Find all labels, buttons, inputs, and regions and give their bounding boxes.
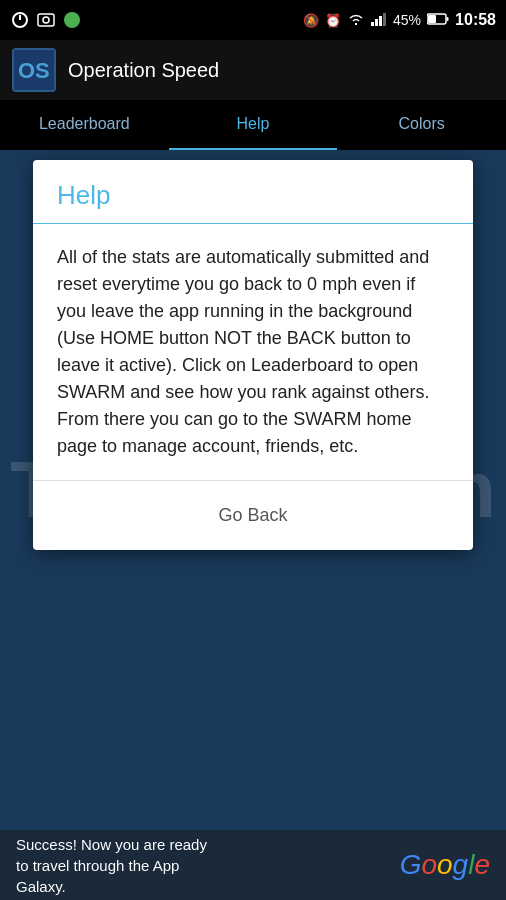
app-title: Operation Speed	[68, 59, 219, 82]
wifi-icon	[347, 12, 365, 29]
tab-leaderboard[interactable]: Leaderboard	[0, 100, 169, 150]
svg-point-3	[43, 17, 49, 23]
status-icons-left	[10, 10, 82, 30]
svg-rect-11	[428, 15, 436, 23]
svg-rect-6	[375, 19, 378, 26]
ad-text: Success! Now you are ready to travel thr…	[16, 834, 216, 897]
google-logo: Google	[400, 849, 490, 881]
dialog-header: Help	[33, 160, 473, 224]
dialog-title: Help	[57, 180, 110, 210]
svg-point-4	[64, 12, 80, 28]
mute-icon: 🔕	[303, 13, 319, 28]
svg-rect-7	[379, 16, 382, 26]
svg-rect-5	[371, 22, 374, 26]
battery-icon	[427, 12, 449, 28]
notification-icon	[10, 10, 30, 30]
dialog-overlay: Help All of the stats are automatically …	[0, 150, 506, 830]
status-icons-right: 🔕 ⏰ 45%	[303, 11, 496, 29]
app-header: OS Operation Speed	[0, 40, 506, 100]
status-time: 10:58	[455, 11, 496, 29]
app-icon: OS	[12, 48, 56, 92]
alarm-icon: ⏰	[325, 13, 341, 28]
svg-rect-8	[383, 13, 386, 26]
battery-text: 45%	[393, 12, 421, 28]
nav-tabs: Leaderboard Help Colors	[0, 100, 506, 150]
dialog-body: All of the stats are automatically submi…	[33, 224, 473, 480]
status-bar: 🔕 ⏰ 45%	[0, 0, 506, 40]
dialog-footer: Go Back	[33, 481, 473, 550]
tab-help[interactable]: Help	[169, 100, 338, 150]
svg-rect-10	[447, 17, 449, 21]
svg-rect-2	[38, 14, 54, 26]
dialog-text: All of the stats are automatically submi…	[57, 244, 449, 460]
svg-text:OS: OS	[18, 58, 50, 83]
background-content: T m Help All of the stats are automatica…	[0, 150, 506, 830]
help-dialog: Help All of the stats are automatically …	[33, 160, 473, 550]
signal-icon	[371, 12, 387, 29]
ad-banner: Success! Now you are ready to travel thr…	[0, 830, 506, 900]
app-icon-small	[62, 10, 82, 30]
go-back-button[interactable]: Go Back	[198, 497, 307, 534]
tab-colors[interactable]: Colors	[337, 100, 506, 150]
photo-icon	[36, 10, 56, 30]
